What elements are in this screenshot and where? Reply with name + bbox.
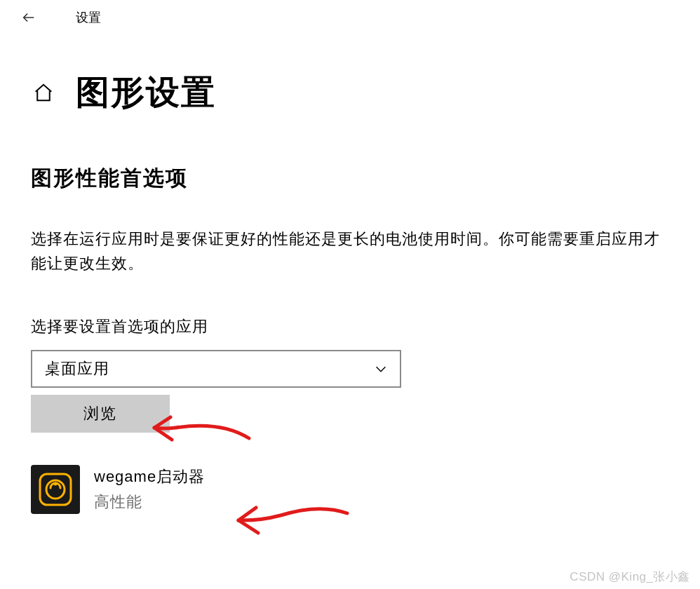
app-text: wegame启动器 高性能 [94, 466, 205, 513]
browse-button-label: 浏览 [83, 403, 117, 424]
page-header: 图形设置 [0, 28, 700, 115]
section-heading: 图形性能首选项 [31, 164, 669, 193]
topbar-title: 设置 [76, 9, 101, 26]
watermark: CSDN @King_张小鑫 [570, 569, 690, 585]
page-title: 图形设置 [76, 70, 216, 115]
browse-button[interactable]: 浏览 [31, 395, 170, 433]
chevron-down-icon [372, 360, 390, 378]
wegame-app-icon [31, 465, 80, 514]
svg-rect-0 [40, 474, 71, 505]
main-section: 图形性能首选项 选择在运行应用时是要保证更好的性能还是更长的电池使用时间。你可能… [0, 115, 700, 514]
home-icon[interactable] [31, 80, 56, 105]
app-type-dropdown[interactable]: 桌面应用 [31, 350, 401, 388]
app-list-item[interactable]: wegame启动器 高性能 [31, 465, 669, 514]
svg-point-2 [54, 482, 58, 486]
app-status: 高性能 [94, 492, 205, 513]
app-name: wegame启动器 [94, 466, 205, 487]
dropdown-selected-value: 桌面应用 [45, 358, 109, 379]
top-bar: 设置 [0, 0, 700, 28]
back-arrow-icon[interactable] [20, 8, 38, 27]
section-description: 选择在运行应用时是要保证更好的性能还是更长的电池使用时间。你可能需要重启应用才能… [31, 226, 662, 276]
app-select-label: 选择要设置首选项的应用 [31, 316, 669, 337]
